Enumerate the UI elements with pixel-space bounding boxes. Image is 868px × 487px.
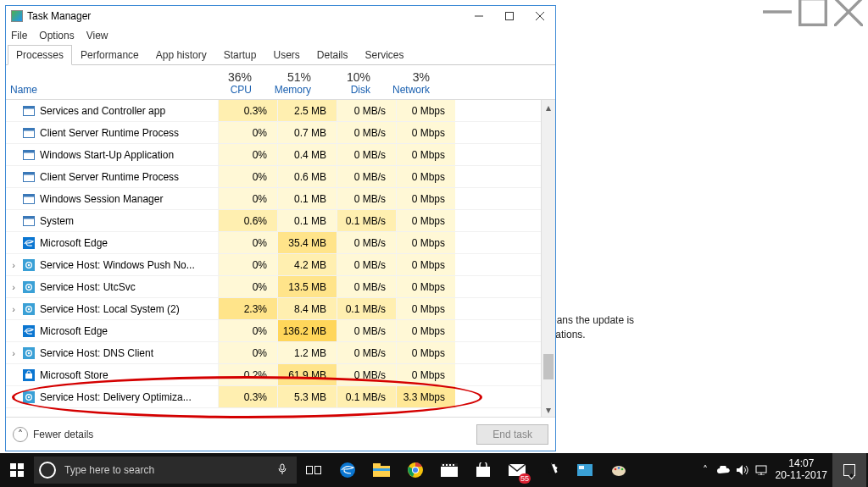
table-row[interactable]: ›Service Host: DNS Client0%1.2 MB0 MB/s0…: [6, 342, 555, 364]
network-cell: 0 Mbps: [396, 210, 455, 231]
disk-cell: 0 MB/s: [337, 144, 396, 165]
tab-services[interactable]: Services: [357, 45, 413, 65]
tray-overflow-icon[interactable]: ˄: [696, 464, 715, 476]
table-row[interactable]: ›Service Host: UtcSvc0%13.5 MB0 MB/s0 Mb…: [6, 276, 555, 298]
memory-cell: 4.2 MB: [277, 254, 337, 275]
table-row[interactable]: ›Service Host: Delivery Optimiza...0.3%5…: [6, 386, 555, 408]
scroll-thumb[interactable]: [543, 354, 554, 379]
menu-view[interactable]: View: [86, 30, 108, 42]
tab-app-history[interactable]: App history: [147, 45, 215, 65]
tray-network-icon[interactable]: [752, 465, 771, 475]
cpu-cell: 2.3%: [218, 298, 277, 319]
process-name: Windows Session Manager: [40, 193, 218, 205]
memory-cell: 13.5 MB: [277, 276, 337, 297]
network-cell: 0 Mbps: [396, 342, 455, 363]
mic-icon[interactable]: [276, 463, 288, 478]
taskbar-mail-icon[interactable]: 55: [500, 453, 534, 487]
tray-volume-icon[interactable]: [733, 465, 752, 475]
tab-performance[interactable]: Performance: [72, 45, 147, 65]
task-view-button[interactable]: [297, 453, 331, 487]
tray-onedrive-icon[interactable]: [715, 466, 733, 474]
menu-options[interactable]: Options: [39, 30, 74, 42]
taskbar-store-icon[interactable]: [466, 453, 500, 487]
expand-chevron-icon[interactable]: ›: [6, 260, 21, 270]
scroll-up-icon[interactable]: ▴: [542, 100, 555, 114]
fewer-details-button[interactable]: ˄ Fewer details: [13, 427, 93, 442]
bg-maximize-button[interactable]: [798, 2, 827, 22]
table-row[interactable]: Services and Controller app0.3%2.5 MB0 M…: [6, 100, 555, 122]
svg-rect-13: [24, 150, 35, 152]
network-cell: 0 Mbps: [396, 144, 455, 165]
svg-point-66: [618, 467, 620, 469]
column-network[interactable]: 3%Network: [381, 70, 440, 96]
action-center-button[interactable]: [832, 453, 866, 487]
svg-point-23: [28, 263, 30, 265]
taskbar-app-icon[interactable]: [568, 453, 602, 487]
cpu-cell: 0%: [218, 254, 277, 275]
network-cell: 0 Mbps: [396, 232, 455, 253]
taskbar-movies-icon[interactable]: [432, 453, 466, 487]
bg-minimize-button[interactable]: [763, 2, 792, 22]
disk-cell: 0 MB/s: [337, 276, 396, 297]
end-task-button[interactable]: End task: [476, 424, 548, 445]
taskbar-edge-icon[interactable]: [331, 453, 364, 487]
scroll-down-icon[interactable]: ▾: [542, 402, 555, 417]
table-row[interactable]: Microsoft Edge0%136.2 MB0 MB/s0 Mbps: [6, 320, 555, 342]
memory-cell: 136.2 MB: [277, 320, 337, 341]
process-icon: [21, 280, 36, 294]
cortana-search-input[interactable]: Type here to search: [34, 457, 297, 484]
expand-chevron-icon[interactable]: ›: [6, 304, 21, 314]
table-row[interactable]: System0.6%0.1 MB0.1 MB/s0 Mbps: [6, 210, 555, 232]
menu-file[interactable]: File: [11, 30, 27, 42]
disk-cell: 0 MB/s: [337, 188, 396, 209]
column-cpu[interactable]: 36%CPU: [203, 70, 262, 96]
svg-rect-17: [24, 194, 35, 196]
taskbar-paint-icon[interactable]: [602, 453, 636, 487]
disk-cell: 0 MB/s: [337, 364, 396, 385]
tab-users[interactable]: Users: [264, 45, 308, 65]
column-memory[interactable]: 51%Memory: [262, 70, 321, 96]
memory-cell: 2.5 MB: [277, 100, 337, 121]
table-row[interactable]: Windows Session Manager0%0.1 MB0 MB/s0 M…: [6, 188, 555, 210]
maximize-button[interactable]: [494, 6, 525, 26]
svg-rect-49: [373, 468, 390, 471]
tab-details[interactable]: Details: [309, 45, 357, 65]
svg-rect-15: [24, 172, 35, 174]
table-row[interactable]: ›Service Host: Windows Push No...0%4.2 M…: [6, 254, 555, 276]
start-button[interactable]: [0, 453, 34, 487]
table-row[interactable]: ›Service Host: Local System (2)2.3%8.4 M…: [6, 298, 555, 320]
disk-cell: 0 MB/s: [337, 320, 396, 341]
clock[interactable]: 14:07 20-11-2017: [771, 458, 832, 482]
svg-point-61: [548, 468, 554, 473]
table-row[interactable]: Microsoft Edge0%35.4 MB0 MB/s0 Mbps: [6, 232, 555, 254]
window-title: Task Manager: [27, 10, 91, 22]
titlebar[interactable]: Task Manager: [6, 6, 555, 26]
svg-rect-44: [307, 467, 313, 474]
scrollbar[interactable]: ▴ ▾: [541, 100, 555, 417]
minimize-button[interactable]: [464, 6, 494, 26]
table-row[interactable]: Client Server Runtime Process0%0.6 MB0 M…: [6, 166, 555, 188]
expand-chevron-icon[interactable]: ›: [6, 392, 21, 402]
process-name: Service Host: Delivery Optimiza...: [40, 391, 218, 403]
tab-startup[interactable]: Startup: [215, 45, 265, 65]
tab-processes[interactable]: Processes: [8, 45, 72, 65]
taskbar-chrome-icon[interactable]: [398, 453, 432, 487]
svg-rect-58: [453, 464, 454, 466]
column-disk[interactable]: 10%Disk: [321, 70, 381, 96]
table-row[interactable]: Client Server Runtime Process0%0.7 MB0 M…: [6, 122, 555, 144]
close-button[interactable]: [525, 6, 555, 26]
svg-point-29: [28, 307, 30, 309]
taskbar-file-explorer-icon[interactable]: [364, 453, 398, 487]
bg-close-button[interactable]: [834, 2, 863, 22]
svg-rect-57: [449, 464, 451, 466]
process-name: Microsoft Store: [40, 369, 218, 381]
taskbar-settings-icon[interactable]: [534, 453, 568, 487]
column-name[interactable]: Name: [6, 72, 203, 96]
table-row[interactable]: Microsoft Store0.2%61.9 MB0 MB/s0 Mbps: [6, 364, 555, 386]
cortana-icon: [39, 462, 56, 479]
disk-cell: 0 MB/s: [337, 342, 396, 363]
expand-chevron-icon[interactable]: ›: [6, 282, 21, 292]
svg-rect-42: [18, 471, 24, 477]
table-row[interactable]: Windows Start-Up Application0%0.4 MB0 MB…: [6, 144, 555, 166]
expand-chevron-icon[interactable]: ›: [6, 348, 21, 358]
